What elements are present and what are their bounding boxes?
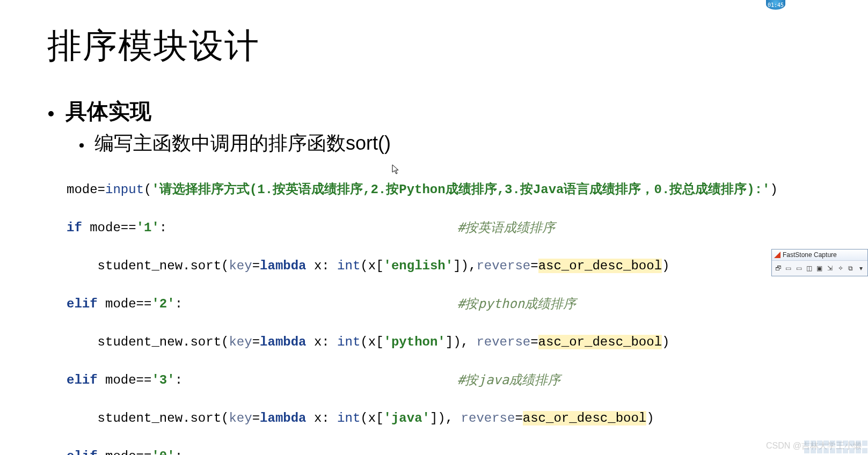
bullet-level-1: 具体实现	[48, 97, 151, 126]
code-block: mode=input('请选择排序方式(1.按英语成绩排序,2.按Python成…	[67, 161, 868, 455]
code-line: student_new.sort(key=lambda x: int(x['ja…	[67, 409, 868, 428]
code-line: elif mode=='3':#按java成绩排序	[67, 371, 868, 390]
screen-recorder-icon[interactable]: ⧉	[846, 263, 855, 274]
code-comment: #按英语成绩排序	[457, 218, 555, 238]
slide-title: 排序模块设计	[47, 23, 260, 69]
settings-icon[interactable]: ▾	[857, 263, 866, 274]
code-line: if mode=='1':#按英语成绩排序	[67, 218, 868, 238]
bullet-dot-icon	[48, 111, 54, 116]
capture-scrolling-icon[interactable]: ⇲	[826, 263, 835, 274]
bullet-dot-icon	[79, 143, 84, 148]
faststone-title: FastStone Capture	[783, 251, 837, 259]
capture-rectangle-icon[interactable]: ▭	[794, 263, 804, 274]
code-line: student_new.sort(key=lambda x: int(x['en…	[67, 256, 868, 276]
capture-freehand-icon[interactable]: ◫	[805, 263, 814, 274]
code-line: mode=input('请选择排序方式(1.按英语成绩排序,2.按Python成…	[67, 180, 868, 200]
code-line: elif mode=='0':	[67, 447, 868, 456]
faststone-capture-toolbar[interactable]: FastStone Capture 🗗 ▭ ▭ ◫ ▣ ⇲ ✧ ⧉ ▾	[771, 249, 868, 276]
code-line: student_new.sort(key=lambda x: int(x['py…	[67, 333, 868, 352]
faststone-logo-icon	[774, 252, 781, 258]
faststone-titlebar[interactable]: FastStone Capture	[772, 249, 867, 261]
capture-active-window-icon[interactable]: 🗗	[774, 263, 783, 274]
bullet-l2-text: 编写主函数中调用的排序函数sort()	[94, 130, 391, 157]
code-line: elif mode=='2':#按python成绩排序	[67, 295, 868, 314]
bullet-l1-text: 具体实现	[65, 97, 151, 126]
code-comment: #按java成绩排序	[457, 371, 560, 390]
capture-fullscreen-icon[interactable]: ▣	[815, 263, 824, 274]
pixelation-overlay	[804, 440, 868, 455]
slide: 01:45 排序模块设计 具体实现 编写主函数中调用的排序函数sort() mo…	[0, 0, 868, 455]
recording-timer-badge: 01:45	[766, 0, 785, 10]
capture-window-icon[interactable]: ▭	[784, 263, 793, 274]
code-comment: #按python成绩排序	[457, 295, 576, 314]
capture-fixed-icon[interactable]: ✧	[836, 263, 845, 274]
faststone-tools-row: 🗗 ▭ ▭ ◫ ▣ ⇲ ✧ ⧉ ▾	[772, 261, 867, 276]
bullet-level-2: 编写主函数中调用的排序函数sort()	[79, 130, 391, 157]
